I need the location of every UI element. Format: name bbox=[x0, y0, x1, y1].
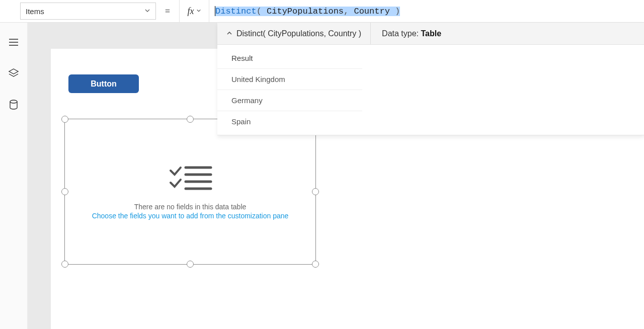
formula-input[interactable]: Distinct( CityPopulations, Country ) bbox=[209, 0, 644, 23]
menu-icon[interactable] bbox=[8, 37, 19, 48]
result-column-header: Result bbox=[217, 48, 362, 69]
formula-datatype-label: Data type: bbox=[382, 29, 421, 38]
property-dropdown-value: Items bbox=[26, 7, 44, 16]
result-row[interactable]: United Kingdom bbox=[217, 69, 362, 90]
fx-button[interactable]: fx bbox=[179, 0, 209, 23]
fx-icon: fx bbox=[188, 6, 194, 17]
resize-handle[interactable] bbox=[312, 261, 319, 268]
resize-handle[interactable] bbox=[61, 116, 68, 123]
resize-handle[interactable] bbox=[61, 261, 68, 268]
formula-token-arg2: Country bbox=[354, 7, 395, 16]
formula-token-open: ( bbox=[257, 7, 267, 16]
formula-token-close: ) bbox=[395, 7, 400, 16]
canvas-button-label: Button bbox=[91, 79, 117, 89]
formula-bar: Items = fx Distinct( CityPopulations, Co… bbox=[0, 0, 644, 23]
svg-marker-3 bbox=[9, 69, 18, 74]
formula-result-body: Result United Kingdom Germany Spain bbox=[217, 45, 644, 135]
data-icon[interactable] bbox=[8, 99, 19, 110]
result-row[interactable]: Germany bbox=[217, 90, 362, 111]
canvas-datatable-control[interactable]: There are no fields in this data table C… bbox=[64, 119, 316, 265]
formula-signature-text: Distinct( CityPopulations, Country ) bbox=[236, 29, 361, 38]
datatable-empty-msg1: There are no fields in this data table bbox=[65, 203, 315, 211]
datatable-empty-state: There are no fields in this data table C… bbox=[65, 164, 315, 220]
property-dropdown[interactable]: Items bbox=[20, 3, 156, 20]
formula-result-panel: Distinct( CityPopulations, Country ) Dat… bbox=[217, 23, 644, 135]
formula-token-arg1: CityPopulations bbox=[267, 7, 344, 16]
resize-handle[interactable] bbox=[187, 116, 194, 123]
equals-label: = bbox=[156, 6, 179, 16]
result-row[interactable]: Spain bbox=[217, 111, 362, 132]
layers-icon[interactable] bbox=[8, 68, 19, 79]
chevron-up-icon[interactable] bbox=[226, 29, 232, 38]
left-rail bbox=[0, 23, 28, 329]
canvas-button-control[interactable]: Button bbox=[68, 74, 139, 93]
formula-token-keyword: Distinct bbox=[215, 7, 257, 16]
checklist-icon bbox=[168, 164, 213, 195]
datatable-empty-msg2[interactable]: Choose the fields you want to add from t… bbox=[65, 212, 315, 220]
chevron-down-icon bbox=[196, 8, 201, 15]
formula-datatype-value: Table bbox=[421, 29, 441, 38]
formula-datatype: Data type: Table bbox=[371, 29, 452, 38]
formula-token-comma: , bbox=[344, 7, 354, 16]
formula-result-header: Distinct( CityPopulations, Country ) Dat… bbox=[217, 23, 644, 45]
resize-handle[interactable] bbox=[187, 261, 194, 268]
formula-signature[interactable]: Distinct( CityPopulations, Country ) bbox=[217, 23, 371, 44]
chevron-down-icon bbox=[144, 8, 150, 15]
svg-point-4 bbox=[10, 100, 17, 103]
